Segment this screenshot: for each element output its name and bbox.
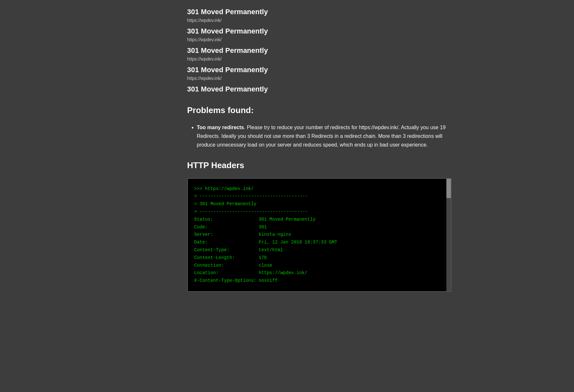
problems-section: Problems found: Too many redirects. Plea… (187, 104, 452, 149)
terminal-field-date: Date: Fri, 12 Jan 2018 16:37:33 GMT (194, 239, 444, 246)
terminal-field-code: Code: 301 (194, 224, 444, 231)
redirect-title-3: 301 Moved Permanently (187, 45, 452, 56)
terminal-line-status-title: > 301 Moved Permanently (194, 200, 444, 208)
terminal-field-xcto: X-Content-Type-Options:nosniff (194, 277, 444, 285)
terminal-line-sep2: > --------------------------------------… (194, 208, 444, 216)
terminal-field-connection: Connection: close (194, 262, 444, 270)
terminal-container[interactable]: >>> https://wpdev.ink/ > ---------------… (187, 178, 452, 292)
http-headers-heading: HTTP Headers (187, 159, 452, 172)
problem-item-1: Too many redirects. Please try to reduce… (197, 123, 452, 149)
redirect-url-2: https://wpdev.ink/ (187, 36, 452, 43)
redirect-title-5: 301 Moved Permanently (187, 84, 452, 94)
problems-list: Too many redirects. Please try to reduce… (187, 123, 452, 149)
problem-bold-1: Too many redirects (197, 125, 244, 130)
redirect-title-4: 301 Moved Permanently (187, 64, 452, 75)
redirect-item-3: 301 Moved Permanently https://wpdev.ink/ (187, 45, 452, 62)
redirect-item-4: 301 Moved Permanently https://wpdev.ink/ (187, 64, 452, 82)
page-container: 301 Moved Permanently https://wpdev.ink/… (110, 0, 464, 305)
terminal-field-content-length: Content-Length: 178 (194, 254, 444, 262)
redirect-item-5: 301 Moved Permanently (187, 84, 452, 94)
problems-heading: Problems found: (187, 104, 452, 117)
terminal-line-sep1: > --------------------------------------… (194, 193, 444, 200)
redirect-title-2: 301 Moved Permanently (187, 26, 452, 36)
redirect-url-1: https://wpdev.ink/ (187, 17, 452, 24)
redirect-item-2: 301 Moved Permanently https://wpdev.ink/ (187, 26, 452, 43)
terminal-scrollbar[interactable] (446, 179, 451, 291)
terminal-line-url: >>> https://wpdev.ink/ (194, 185, 444, 193)
terminal-scrollbar-thumb[interactable] (446, 179, 451, 198)
redirect-title-1: 301 Moved Permanently (187, 6, 452, 17)
redirect-url-4: https://wpdev.ink/ (187, 75, 452, 82)
http-headers-section: HTTP Headers >>> https://wpdev.ink/ > --… (187, 159, 452, 292)
redirect-item-1: 301 Moved Permanently https://wpdev.ink/ (187, 6, 452, 24)
terminal-field-status: Status: 301 Moved Permanently (194, 216, 444, 224)
redirect-list: 301 Moved Permanently https://wpdev.ink/… (187, 6, 452, 94)
redirect-url-3: https://wpdev.ink/ (187, 56, 452, 62)
terminal-field-server: Server: kinsta-nginx (194, 231, 444, 239)
terminal-field-location: Location: https://wpdev.ink/ (194, 269, 444, 277)
terminal-field-content-type: Content-Type: text/html (194, 246, 444, 254)
